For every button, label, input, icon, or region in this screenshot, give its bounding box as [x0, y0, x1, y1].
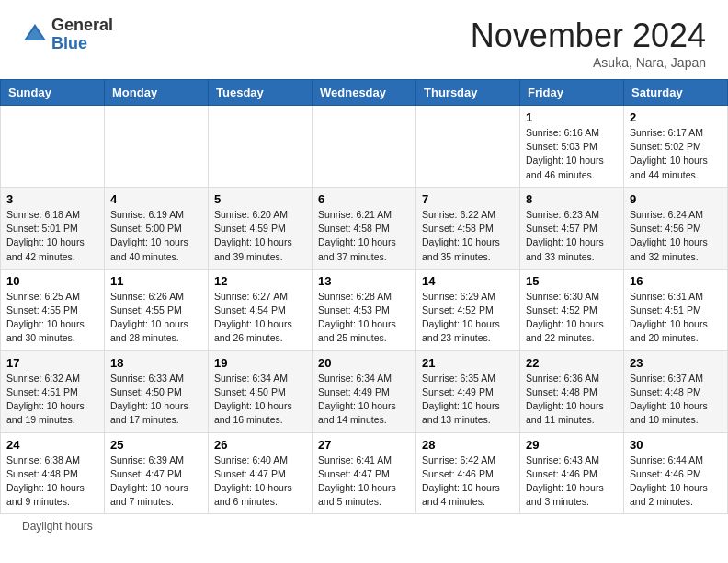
calendar-cell: 7Sunrise: 6:22 AM Sunset: 4:58 PM Daylig… — [416, 187, 520, 269]
col-header-monday: Monday — [105, 80, 209, 106]
day-number: 22 — [526, 356, 618, 370]
calendar-cell: 19Sunrise: 6:34 AM Sunset: 4:50 PM Dayli… — [209, 350, 313, 432]
day-number: 28 — [422, 438, 514, 452]
calendar-cell: 14Sunrise: 6:29 AM Sunset: 4:52 PM Dayli… — [416, 269, 520, 350]
calendar-cell — [209, 106, 313, 188]
col-header-friday: Friday — [520, 80, 624, 106]
day-info: Sunrise: 6:41 AM Sunset: 4:47 PM Dayligh… — [318, 454, 410, 510]
day-info: Sunrise: 6:19 AM Sunset: 5:00 PM Dayligh… — [110, 208, 202, 264]
day-info: Sunrise: 6:25 AM Sunset: 4:55 PM Dayligh… — [6, 290, 98, 346]
calendar-cell: 26Sunrise: 6:40 AM Sunset: 4:47 PM Dayli… — [209, 432, 313, 514]
calendar-cell: 8Sunrise: 6:23 AM Sunset: 4:57 PM Daylig… — [520, 187, 624, 269]
day-info: Sunrise: 6:38 AM Sunset: 4:48 PM Dayligh… — [6, 454, 98, 510]
calendar-table: SundayMondayTuesdayWednesdayThursdayFrid… — [0, 79, 728, 514]
logo-icon — [22, 22, 48, 48]
day-number: 17 — [6, 356, 98, 370]
calendar-cell: 20Sunrise: 6:34 AM Sunset: 4:49 PM Dayli… — [313, 350, 416, 432]
day-info: Sunrise: 6:26 AM Sunset: 4:55 PM Dayligh… — [110, 290, 202, 346]
day-info: Sunrise: 6:22 AM Sunset: 4:58 PM Dayligh… — [422, 208, 514, 264]
day-number: 23 — [630, 356, 722, 370]
page-header: General Blue November 2024 Asuka, Nara, … — [0, 0, 728, 79]
calendar-cell: 17Sunrise: 6:32 AM Sunset: 4:51 PM Dayli… — [1, 350, 105, 432]
day-info: Sunrise: 6:17 AM Sunset: 5:02 PM Dayligh… — [630, 126, 722, 182]
calendar-header-row: SundayMondayTuesdayWednesdayThursdayFrid… — [1, 80, 728, 106]
calendar-cell: 27Sunrise: 6:41 AM Sunset: 4:47 PM Dayli… — [313, 432, 416, 514]
day-info: Sunrise: 6:29 AM Sunset: 4:52 PM Dayligh… — [422, 290, 514, 346]
day-number: 5 — [214, 192, 306, 206]
day-number: 13 — [318, 274, 410, 288]
calendar-cell — [313, 106, 416, 188]
calendar-cell: 16Sunrise: 6:31 AM Sunset: 4:51 PM Dayli… — [624, 269, 728, 350]
day-info: Sunrise: 6:28 AM Sunset: 4:53 PM Dayligh… — [318, 290, 410, 346]
calendar-cell: 9Sunrise: 6:24 AM Sunset: 4:56 PM Daylig… — [624, 187, 728, 269]
calendar-cell — [1, 106, 105, 188]
day-number: 15 — [526, 274, 618, 288]
calendar-cell: 23Sunrise: 6:37 AM Sunset: 4:48 PM Dayli… — [624, 350, 728, 432]
day-number: 27 — [318, 438, 410, 452]
day-number: 16 — [630, 274, 722, 288]
daylight-label: Daylight hours — [22, 520, 93, 533]
calendar-cell: 6Sunrise: 6:21 AM Sunset: 4:58 PM Daylig… — [313, 187, 416, 269]
day-number: 14 — [422, 274, 514, 288]
col-header-saturday: Saturday — [624, 80, 728, 106]
calendar-week-row: 17Sunrise: 6:32 AM Sunset: 4:51 PM Dayli… — [1, 350, 728, 432]
logo-text: General Blue — [51, 17, 113, 53]
day-number: 3 — [6, 192, 98, 206]
day-number: 18 — [110, 356, 202, 370]
day-info: Sunrise: 6:33 AM Sunset: 4:50 PM Dayligh… — [110, 372, 202, 428]
day-info: Sunrise: 6:37 AM Sunset: 4:48 PM Dayligh… — [630, 372, 722, 428]
day-number: 4 — [110, 192, 202, 206]
calendar-week-row: 3Sunrise: 6:18 AM Sunset: 5:01 PM Daylig… — [1, 187, 728, 269]
day-info: Sunrise: 6:24 AM Sunset: 4:56 PM Dayligh… — [630, 208, 722, 264]
calendar-week-row: 24Sunrise: 6:38 AM Sunset: 4:48 PM Dayli… — [1, 432, 728, 514]
col-header-thursday: Thursday — [416, 80, 520, 106]
calendar-cell: 4Sunrise: 6:19 AM Sunset: 5:00 PM Daylig… — [105, 187, 209, 269]
logo: General Blue — [22, 17, 113, 53]
day-info: Sunrise: 6:40 AM Sunset: 4:47 PM Dayligh… — [214, 454, 306, 510]
day-info: Sunrise: 6:16 AM Sunset: 5:03 PM Dayligh… — [526, 126, 618, 182]
day-number: 29 — [526, 438, 618, 452]
day-number: 26 — [214, 438, 306, 452]
calendar-cell: 3Sunrise: 6:18 AM Sunset: 5:01 PM Daylig… — [1, 187, 105, 269]
day-info: Sunrise: 6:34 AM Sunset: 4:49 PM Dayligh… — [318, 372, 410, 428]
calendar-cell: 30Sunrise: 6:44 AM Sunset: 4:46 PM Dayli… — [624, 432, 728, 514]
day-info: Sunrise: 6:21 AM Sunset: 4:58 PM Dayligh… — [318, 208, 410, 264]
calendar-cell: 29Sunrise: 6:43 AM Sunset: 4:46 PM Dayli… — [520, 432, 624, 514]
calendar-cell: 5Sunrise: 6:20 AM Sunset: 4:59 PM Daylig… — [209, 187, 313, 269]
day-number: 25 — [110, 438, 202, 452]
month-title: November 2024 — [471, 17, 706, 55]
day-info: Sunrise: 6:34 AM Sunset: 4:50 PM Dayligh… — [214, 372, 306, 428]
day-info: Sunrise: 6:27 AM Sunset: 4:54 PM Dayligh… — [214, 290, 306, 346]
day-number: 19 — [214, 356, 306, 370]
calendar-cell: 22Sunrise: 6:36 AM Sunset: 4:48 PM Dayli… — [520, 350, 624, 432]
day-number: 6 — [318, 192, 410, 206]
calendar-cell: 25Sunrise: 6:39 AM Sunset: 4:47 PM Dayli… — [105, 432, 209, 514]
location-subtitle: Asuka, Nara, Japan — [471, 55, 706, 70]
calendar-cell: 12Sunrise: 6:27 AM Sunset: 4:54 PM Dayli… — [209, 269, 313, 350]
day-info: Sunrise: 6:18 AM Sunset: 5:01 PM Dayligh… — [6, 208, 98, 264]
day-info: Sunrise: 6:36 AM Sunset: 4:48 PM Dayligh… — [526, 372, 618, 428]
day-info: Sunrise: 6:31 AM Sunset: 4:51 PM Dayligh… — [630, 290, 722, 346]
day-number: 7 — [422, 192, 514, 206]
day-number: 8 — [526, 192, 618, 206]
day-info: Sunrise: 6:20 AM Sunset: 4:59 PM Dayligh… — [214, 208, 306, 264]
calendar-cell: 18Sunrise: 6:33 AM Sunset: 4:50 PM Dayli… — [105, 350, 209, 432]
footer: Daylight hours — [0, 514, 728, 538]
calendar-cell: 1Sunrise: 6:16 AM Sunset: 5:03 PM Daylig… — [520, 106, 624, 188]
day-info: Sunrise: 6:43 AM Sunset: 4:46 PM Dayligh… — [526, 454, 618, 510]
day-number: 10 — [6, 274, 98, 288]
calendar-cell: 10Sunrise: 6:25 AM Sunset: 4:55 PM Dayli… — [1, 269, 105, 350]
calendar-cell: 11Sunrise: 6:26 AM Sunset: 4:55 PM Dayli… — [105, 269, 209, 350]
day-number: 1 — [526, 110, 618, 124]
calendar-cell: 15Sunrise: 6:30 AM Sunset: 4:52 PM Dayli… — [520, 269, 624, 350]
calendar-week-row: 1Sunrise: 6:16 AM Sunset: 5:03 PM Daylig… — [1, 106, 728, 188]
day-number: 20 — [318, 356, 410, 370]
calendar-cell: 2Sunrise: 6:17 AM Sunset: 5:02 PM Daylig… — [624, 106, 728, 188]
day-info: Sunrise: 6:30 AM Sunset: 4:52 PM Dayligh… — [526, 290, 618, 346]
day-number: 12 — [214, 274, 306, 288]
day-number: 24 — [6, 438, 98, 452]
col-header-sunday: Sunday — [1, 80, 105, 106]
calendar-week-row: 10Sunrise: 6:25 AM Sunset: 4:55 PM Dayli… — [1, 269, 728, 350]
day-number: 9 — [630, 192, 722, 206]
day-number: 11 — [110, 274, 202, 288]
